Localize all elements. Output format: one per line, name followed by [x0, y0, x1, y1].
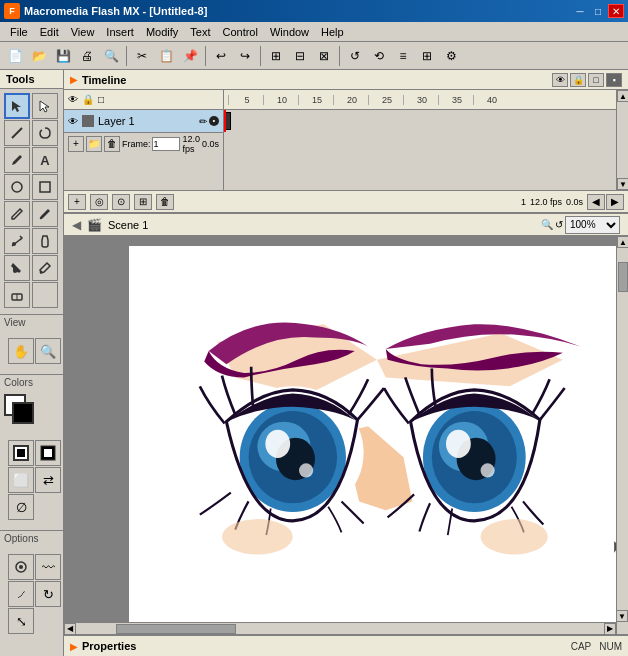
paint-bucket-tool[interactable] — [4, 255, 30, 281]
delete-layer-btn[interactable]: 🗑 — [104, 136, 120, 152]
stroke-color-swatch[interactable] — [12, 402, 34, 424]
scale-btn[interactable]: ⟲ — [368, 45, 390, 67]
onion-skin-btn[interactable]: ◎ — [90, 194, 108, 210]
add-layer-btn[interactable]: + — [68, 136, 84, 152]
layer-controls: ✏ • — [199, 116, 219, 127]
edit-multiple-btn[interactable]: ⊞ — [134, 194, 152, 210]
fill-color-btn[interactable] — [35, 440, 61, 466]
undo-button[interactable]: ↩ — [210, 45, 232, 67]
timeline-lock-btn[interactable]: 🔒 — [570, 73, 586, 87]
snap-align-btn[interactable]: ⊟ — [289, 45, 311, 67]
paste-button[interactable]: 📌 — [179, 45, 201, 67]
menu-file[interactable]: File — [4, 24, 34, 40]
swap-colors-btn[interactable]: ⇄ — [35, 467, 61, 493]
zoom-select[interactable]: 100% 50% 200% 400% Fit in Window — [565, 216, 620, 234]
vscroll-up-arrow[interactable]: ▲ — [617, 236, 628, 248]
tl-scroll-up[interactable]: ▲ — [617, 90, 628, 102]
vscroll-down-arrow[interactable]: ▼ — [616, 610, 628, 622]
canvas-hscrollbar[interactable]: ◀ ▶ — [64, 622, 616, 634]
canvas-vscrollbar[interactable]: ▲ ▼ — [616, 236, 628, 634]
ink-bottle-tool[interactable] — [32, 228, 58, 254]
view-tools-grid: ✋ 🔍 — [4, 334, 59, 368]
oval-tool[interactable] — [4, 174, 30, 200]
timeline-expand-btn[interactable]: ▪ — [606, 73, 622, 87]
pen-tool[interactable] — [4, 147, 30, 173]
rotate-btn[interactable]: ↺ — [344, 45, 366, 67]
stroke-color-btn[interactable] — [8, 440, 34, 466]
title-controls[interactable]: ─ □ ✕ — [572, 4, 624, 18]
title-bar: F Macromedia Flash MX - [Untitled-8] ─ □… — [0, 0, 628, 22]
arrow-tool[interactable] — [4, 93, 30, 119]
rotate-options-btn[interactable]: ↻ — [35, 581, 61, 607]
menu-view[interactable]: View — [65, 24, 101, 40]
print-button[interactable]: 🖨 — [76, 45, 98, 67]
tl-prev-btn[interactable]: ◀ — [587, 194, 605, 210]
hscroll-right-arrow[interactable]: ▶ — [604, 623, 616, 635]
eyedropper-tool[interactable] — [32, 255, 58, 281]
line-tool[interactable] — [4, 120, 30, 146]
tl-next-btn[interactable]: ▶ — [606, 194, 624, 210]
add-frame-btn[interactable]: + — [68, 194, 86, 210]
lasso-tool[interactable] — [32, 120, 58, 146]
preview-button[interactable]: 🔍 — [100, 45, 122, 67]
smooth-btn[interactable]: 〰 — [35, 554, 61, 580]
minimize-button[interactable]: ─ — [572, 4, 588, 18]
open-button[interactable]: 📂 — [28, 45, 50, 67]
menu-edit[interactable]: Edit — [34, 24, 65, 40]
onion-outline-btn[interactable]: ⊙ — [112, 194, 130, 210]
add-layer-folder-btn[interactable]: 📁 — [86, 136, 102, 152]
canvas-area: ▲ ▼ ◀ ▶ — [64, 236, 628, 634]
fill-transform-tool[interactable] — [4, 228, 30, 254]
copy-button[interactable]: 📋 — [155, 45, 177, 67]
cut-button[interactable]: ✂ — [131, 45, 153, 67]
timeline-outline-btn[interactable]: □ — [588, 73, 604, 87]
playhead-indicator — [224, 110, 226, 132]
hscroll-left-arrow[interactable]: ◀ — [64, 623, 76, 635]
layer-row-1[interactable]: 👁 Layer 1 ✏ • — [64, 110, 223, 132]
svg-point-27 — [446, 430, 471, 458]
hscroll-thumb[interactable] — [116, 624, 236, 634]
ruler-mark-25: 25 — [368, 95, 403, 105]
settings-btn[interactable]: ⚙ — [440, 45, 462, 67]
brush-tool[interactable] — [32, 201, 58, 227]
timeline-eye-btn[interactable]: 👁 — [552, 73, 568, 87]
close-button[interactable]: ✕ — [608, 4, 624, 18]
no-color-btn[interactable]: ∅ — [8, 494, 34, 520]
new-button[interactable]: 📄 — [4, 45, 26, 67]
menu-modify[interactable]: Modify — [140, 24, 184, 40]
redo-button[interactable]: ↪ — [234, 45, 256, 67]
vscroll-thumb[interactable] — [618, 262, 628, 292]
eraser-tool[interactable] — [4, 282, 30, 308]
colors-section: ⬜ ⇄ ∅ — [0, 390, 63, 528]
menu-help[interactable]: Help — [315, 24, 350, 40]
layer-header: 👁 🔒 □ — [64, 90, 223, 110]
rectangle-tool[interactable] — [32, 174, 58, 200]
tl-scroll-down[interactable]: ▼ — [617, 178, 628, 190]
snap-btn[interactable]: ⊞ — [265, 45, 287, 67]
save-button[interactable]: 💾 — [52, 45, 74, 67]
outline-header-icon: □ — [98, 94, 104, 105]
ruler-mark-15: 15 — [298, 95, 333, 105]
menu-insert[interactable]: Insert — [100, 24, 140, 40]
menu-window[interactable]: Window — [264, 24, 315, 40]
delete-frame-btn[interactable]: 🗑 — [156, 194, 174, 210]
black-white-btn[interactable]: ⬜ — [8, 467, 34, 493]
zoom-tool[interactable]: 🔍 — [35, 338, 61, 364]
snap-obj-btn[interactable]: ⊠ — [313, 45, 335, 67]
straighten-btn[interactable]: ⟋ — [8, 581, 34, 607]
menu-control[interactable]: Control — [216, 24, 263, 40]
frame-num-display: 1 — [521, 197, 526, 207]
align-btn[interactable]: ≡ — [392, 45, 414, 67]
subselect-tool[interactable] — [32, 93, 58, 119]
ruler-mark-30: 30 — [403, 95, 438, 105]
text-tool[interactable]: A — [32, 147, 58, 173]
pencil-tool[interactable] — [4, 201, 30, 227]
snap-to-objects-btn[interactable] — [8, 554, 34, 580]
back-arrow[interactable]: ◀ — [72, 218, 81, 232]
frame-input[interactable] — [152, 137, 180, 151]
scale-options-btn[interactable]: ⤡ — [8, 608, 34, 634]
hand-tool[interactable]: ✋ — [8, 338, 34, 364]
maximize-button[interactable]: □ — [590, 4, 606, 18]
distribute-btn[interactable]: ⊞ — [416, 45, 438, 67]
menu-text[interactable]: Text — [184, 24, 216, 40]
